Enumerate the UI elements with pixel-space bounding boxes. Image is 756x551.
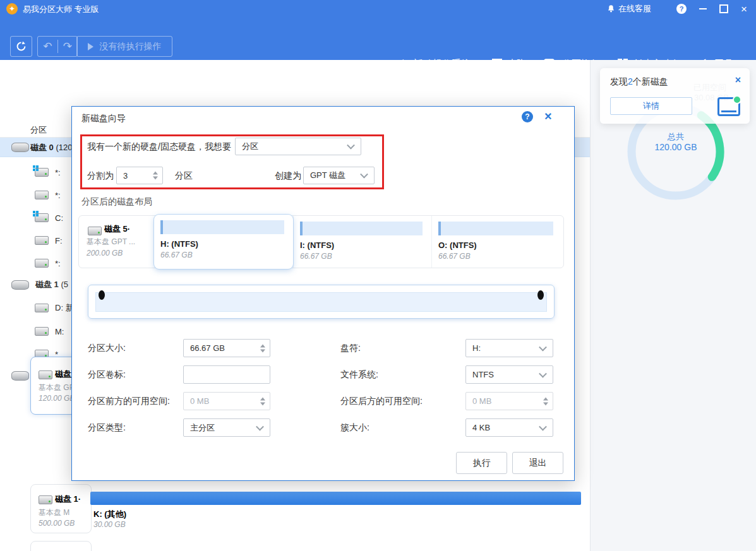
right-panel: 已用空间 30.08 GB 总共 120.00 GB 调整磁盘布局 克隆 删除所… bbox=[590, 60, 756, 551]
disk1-card-type: 基本盘 M bbox=[39, 507, 69, 518]
drive-icon bbox=[35, 304, 49, 312]
tree-item-label: C: bbox=[55, 213, 63, 223]
stepper-arrows-icon[interactable] bbox=[260, 397, 265, 405]
drive-icon bbox=[88, 227, 102, 235]
volume-label-label: 分区卷标: bbox=[88, 369, 126, 381]
tree-item-label: D: 新加 bbox=[55, 302, 71, 314]
redo-button[interactable]: ↷ bbox=[58, 40, 78, 53]
partition-size-stepper[interactable]: 66.67 GB bbox=[183, 339, 270, 357]
drive-icon bbox=[39, 370, 52, 379]
column-header-partition[interactable]: 分区 bbox=[30, 124, 47, 136]
new-disk-count: 2 bbox=[628, 76, 633, 86]
refresh-button[interactable] bbox=[10, 36, 32, 57]
drive-icon bbox=[35, 191, 49, 199]
split-label: 分割为 bbox=[87, 170, 114, 182]
tree-item-partition[interactable]: *: bbox=[35, 166, 61, 179]
partition-type-label: 分区类型: bbox=[88, 422, 126, 434]
disk1-name: 磁盘 1 bbox=[35, 280, 59, 289]
dialog-help-icon[interactable]: ? bbox=[522, 111, 533, 122]
drive-icon bbox=[39, 495, 52, 504]
partition-cell-h[interactable]: H: (NTFS) 66.67 GB bbox=[154, 215, 293, 269]
drive-letter-dropdown[interactable]: H: bbox=[465, 339, 553, 357]
cluster-size-dropdown[interactable]: 4 KB bbox=[465, 418, 553, 437]
volume-label-input[interactable] bbox=[183, 365, 270, 384]
chevron-down-icon bbox=[347, 141, 355, 150]
partition-size-slider[interactable] bbox=[88, 285, 555, 319]
undo-button[interactable]: ↶ bbox=[38, 40, 58, 53]
wizard-statement-label: 我有一个新的硬盘/固态硬盘，我想要 bbox=[87, 141, 231, 153]
refresh-icon bbox=[16, 41, 27, 52]
dialog-title: 新磁盘向导 bbox=[81, 113, 126, 124]
minimize-button[interactable] bbox=[699, 8, 707, 9]
toolbar: ↶ ↷ 没有待执行操作 迁移操作系统 克隆 分区恢复 创建启动盘 bbox=[0, 18, 756, 61]
slider-track bbox=[95, 292, 547, 312]
tree-item-label: *: bbox=[55, 168, 61, 177]
filesystem-dropdown[interactable]: NTFS bbox=[465, 365, 553, 384]
notification-close-icon[interactable]: × bbox=[735, 74, 741, 86]
chevron-down-icon bbox=[539, 343, 547, 351]
notification-details-button[interactable]: 详情 bbox=[610, 97, 692, 115]
disk2-card[interactable]: 磁盘 2· 基本盘 MBR... 30.00 GB bbox=[30, 541, 92, 551]
disk0-card-size: 120.00 GB bbox=[39, 394, 75, 403]
partition-type-dropdown[interactable]: 主分区 bbox=[183, 418, 270, 437]
split-count-stepper[interactable]: 3 bbox=[116, 167, 163, 184]
online-service-button[interactable]: 在线客服 bbox=[607, 3, 651, 15]
tree-item-partition[interactable]: C: bbox=[35, 211, 63, 224]
dialog-close-icon[interactable]: × bbox=[544, 109, 552, 124]
partition-master-window: ✦ 易我分区大师 专业版 在线客服 ? × ↶ ↷ 没有待执行操作 bbox=[0, 0, 756, 551]
split-suffix-label: 分区 bbox=[175, 170, 193, 182]
pending-operations[interactable]: 没有待执行操作 bbox=[76, 36, 172, 57]
slider-left-handle[interactable] bbox=[99, 290, 105, 300]
donut-total-label: 总共 bbox=[644, 131, 707, 143]
tree-item-partition[interactable]: *: bbox=[35, 257, 61, 270]
disk1-card-name: 磁盘 1· bbox=[55, 494, 81, 505]
app-logo-icon: ✦ bbox=[6, 3, 18, 15]
action-dropdown[interactable]: 分区 bbox=[235, 138, 361, 155]
space-after-stepper[interactable]: 0 MB bbox=[465, 392, 553, 410]
execute-button[interactable]: 执行 bbox=[456, 452, 507, 474]
filesystem-label: 文件系统: bbox=[340, 369, 378, 381]
chevron-down-icon bbox=[539, 369, 547, 377]
space-before-stepper[interactable]: 0 MB bbox=[183, 392, 270, 410]
partition-cell-i[interactable]: I: (NTFS) 66.67 GB bbox=[293, 216, 431, 268]
disk2-partition-size: 30.00 GB bbox=[93, 520, 126, 529]
windows-badge-icon bbox=[33, 211, 35, 213]
new-disk-notification: 发现2个新磁盘 × 详情 bbox=[600, 68, 750, 124]
disk2-partition-bar[interactable] bbox=[90, 492, 581, 505]
partition-label: I: (NTFS) bbox=[300, 240, 334, 250]
online-service-label: 在线客服 bbox=[618, 3, 651, 15]
disk-icon bbox=[11, 371, 29, 381]
undo-redo-group: ↶ ↷ bbox=[37, 36, 78, 57]
disk-type-value: GPT 磁盘 bbox=[310, 170, 345, 181]
disk-type-dropdown[interactable]: GPT 磁盘 bbox=[303, 167, 375, 184]
play-icon bbox=[88, 43, 93, 50]
tree-item-partition[interactable]: *: bbox=[35, 189, 61, 201]
tree-item-partition[interactable]: M: bbox=[35, 325, 64, 338]
stepper-arrows-icon[interactable] bbox=[260, 344, 265, 352]
drive-letter-value: H: bbox=[472, 343, 481, 353]
tree-item-partition[interactable]: F: bbox=[35, 234, 63, 247]
disk1-card[interactable]: 磁盘 1· 基本盘 M 500.00 GB bbox=[30, 484, 92, 533]
disk0-name: 磁盘 0 bbox=[30, 143, 54, 152]
partition-bar bbox=[438, 222, 553, 235]
windows-badge-icon bbox=[33, 165, 35, 168]
chevron-down-icon bbox=[256, 422, 264, 430]
close-button[interactable]: × bbox=[741, 4, 747, 15]
new-disk-wizard-dialog: 新磁盘向导 ? × 我有一个新的硬盘/固态硬盘，我想要 分区 分割为 3 分区 … bbox=[71, 106, 575, 481]
cluster-size-label: 簇大小: bbox=[340, 422, 369, 434]
tree-item-partition[interactable]: D: 新加 bbox=[35, 302, 71, 314]
partition-bar bbox=[300, 222, 423, 235]
disk1-info: (5 bbox=[61, 280, 68, 289]
partition-label: O: (NTFS) bbox=[438, 240, 477, 250]
exit-button[interactable]: 退出 bbox=[512, 452, 563, 474]
help-button[interactable]: ? bbox=[676, 4, 687, 14]
partition-size: 66.67 GB bbox=[438, 252, 471, 261]
layout-disk-name: 磁盘 5· bbox=[104, 223, 130, 235]
maximize-button[interactable] bbox=[719, 4, 728, 13]
tree-item-disk1[interactable]: 磁盘 1 (5 bbox=[11, 278, 68, 291]
slider-right-handle[interactable] bbox=[537, 290, 544, 300]
partition-cell-o[interactable]: O: (NTFS) 66.67 GB bbox=[431, 216, 562, 268]
drive-icon bbox=[35, 168, 49, 177]
stepper-arrows-icon[interactable] bbox=[153, 172, 158, 180]
stepper-arrows-icon[interactable] bbox=[543, 397, 548, 405]
